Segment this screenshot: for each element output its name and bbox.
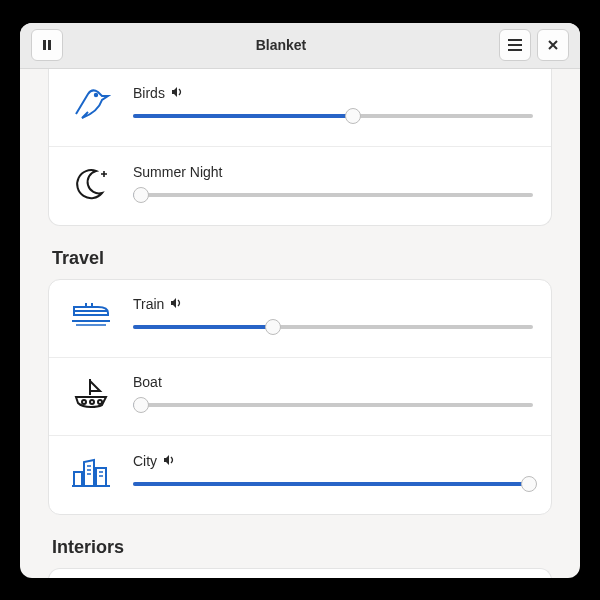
boat-icon [63,368,119,420]
content-area: BirdsSummer NightTravelTrainBoatCityInte… [20,69,580,578]
sound-label: Boat [133,374,533,390]
train-icon [63,290,119,342]
row-main: City [133,453,533,493]
svg-rect-3 [508,44,522,46]
moon-icon [63,158,119,210]
card: BirdsSummer Night [48,69,552,226]
sound-row: Summer Night [49,147,551,225]
sound-label: City [133,453,533,469]
sound-row: Boat [49,358,551,436]
sound-row: Train [49,280,551,358]
volume-icon [163,454,175,468]
svg-point-6 [82,400,86,404]
pause-button[interactable] [31,29,63,61]
svg-point-8 [98,400,102,404]
close-button[interactable] [537,29,569,61]
sound-label: Birds [133,85,533,101]
volume-icon [171,86,183,100]
window-title: Blanket [66,37,496,53]
volume-icon [170,297,182,311]
pause-icon [41,39,53,51]
card [48,568,552,578]
sound-row: Birds [49,69,551,147]
volume-slider[interactable] [133,318,533,336]
svg-rect-1 [48,40,51,50]
svg-point-5 [95,94,97,96]
svg-point-7 [90,400,94,404]
row-main: Birds [133,85,533,125]
city-icon [63,447,119,499]
section-title: Travel [52,248,552,269]
sound-label: Summer Night [133,164,533,180]
volume-slider[interactable] [133,107,533,125]
titlebar: Blanket [20,23,580,69]
section-title: Interiors [52,537,552,558]
close-icon [547,39,559,51]
card: TrainBoatCity [48,279,552,515]
svg-rect-2 [508,39,522,41]
row-main: Summer Night [133,164,533,204]
sound-label: Train [133,296,533,312]
volume-slider[interactable] [133,475,533,493]
volume-slider[interactable] [133,396,533,414]
sound-row: City [49,436,551,514]
row-main: Train [133,296,533,336]
hamburger-icon [508,39,522,51]
menu-button[interactable] [499,29,531,61]
svg-rect-0 [43,40,46,50]
volume-slider[interactable] [133,186,533,204]
app-window: Blanket BirdsSummer NightTravelTrainBoat… [20,23,580,578]
row-main: Boat [133,374,533,414]
bird-icon [63,79,119,131]
svg-rect-4 [508,49,522,51]
